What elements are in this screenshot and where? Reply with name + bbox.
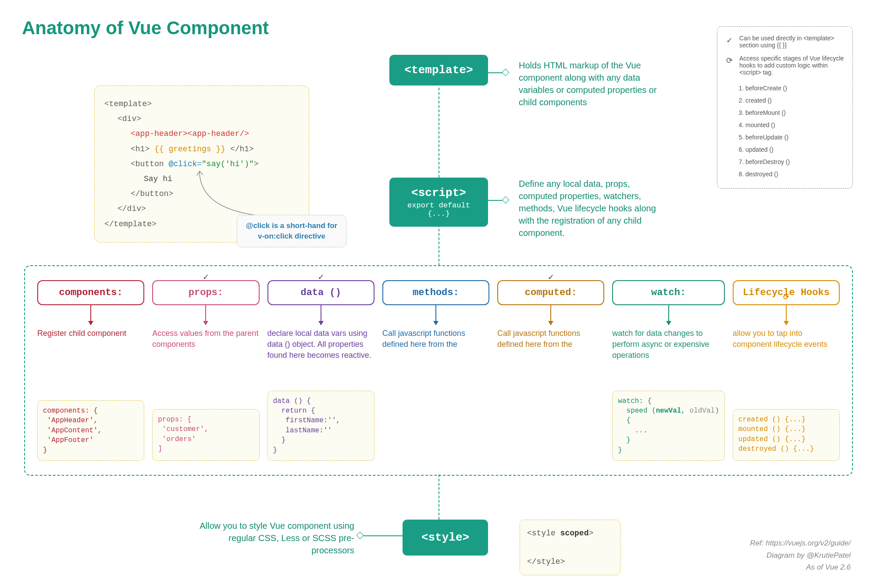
arrow-down-icon [90,305,91,324]
option-column-watch: watch:watch for data changes to perform … [612,280,724,461]
option-box-props: ✓props: [152,280,259,305]
connector-line [488,72,503,73]
arrow-down-icon [550,305,551,324]
style-node: <style> [403,520,488,556]
option-box-watch: watch: [612,280,724,305]
arrow-down-icon [668,305,669,324]
lifecycle-hook-item: beforeMount () [745,107,845,119]
legend-box: ✓ Can be used directly in <template> sec… [717,26,853,189]
lifecycle-hook-item: beforeUpdate () [745,131,845,143]
lifecycle-hook-item: created () [745,94,845,107]
arrow-down-icon [321,305,321,324]
option-box-computed: ✓computed: [497,280,604,305]
check-icon: ✓ [548,271,553,282]
template-desc: Holds HTML markup of the Vue component a… [519,59,663,108]
option-column-components: components:Register child componentcompo… [37,280,144,461]
option-desc: watch for data changes to perform async … [612,328,724,372]
lifecycle-hooks-list: beforeCreate ()created ()beforeMount ()m… [745,82,845,180]
diamond-icon [357,532,364,539]
option-box-methods: methods: [382,280,489,305]
option-desc: allow you to tap into component lifecycl… [733,328,840,372]
lifecycle-hook-item: destroyed () [745,168,845,180]
arrow-down-icon [786,305,787,324]
check-icon: ✓ [203,271,208,282]
option-column-methods: methods:Call javascript functions define… [382,280,489,461]
check-icon: ✓ [318,271,324,282]
style-desc: Allow you to style Vue component using r… [196,520,354,556]
arrow-down-icon [435,305,436,324]
option-desc: Register child component [37,328,144,372]
cycle-icon: ⟳ [783,293,789,302]
option-desc: declare local data vars using data () ob… [267,328,374,372]
option-box-hooks: Lifecycle Hooks⟳ [733,280,840,305]
legend-cycle-text: Access specific stages of Vue lifecycle … [739,55,845,76]
style-code-box: <style scoped> </style> [520,520,620,575]
option-desc: Call javascript functions defined here f… [497,328,604,372]
cycle-icon: ⟳ [724,55,734,76]
template-node: <template> [389,55,488,86]
option-snippet: props: [ 'customer', 'orders' ] [152,409,259,461]
option-column-hooks: Lifecycle Hooks⟳allow you to tap into co… [733,280,840,461]
click-note: @click is a short-hand for v-on:click di… [237,215,346,247]
option-column-computed: ✓computed:Call javascript functions defi… [497,280,604,461]
check-icon: ✓ [724,35,734,49]
legend-check-text: Can be used directly in <template> secti… [739,35,845,49]
script-desc: Define any local data, props, computed p… [519,178,663,239]
option-snippet: data () { return { firstName:'', lastNam… [267,391,374,461]
option-column-data: ✓data ()declare local data vars using da… [267,280,374,461]
credits: Ref: https://vuejs.org/v2/guide/ Diagram… [750,537,851,573]
option-snippet: components: { 'AppHeader', 'AppContent',… [37,400,144,461]
arrow-down-icon [205,305,206,324]
connector-line [363,535,403,536]
option-snippet: created () {...} mounted () {...} update… [733,409,840,461]
option-column-props: ✓props:Access values from the parent com… [152,280,259,461]
option-box-data: ✓data () [267,280,374,305]
lifecycle-hook-item: beforeDestroy () [745,156,845,168]
connector-line [488,200,503,201]
diamond-icon [502,69,510,76]
connector-line [438,88,439,178]
lifecycle-hook-item: mounted () [745,119,845,131]
script-node: <script> export default {...} [389,178,488,227]
connector-line [438,474,439,520]
lifecycle-hook-item: updated () [745,143,845,156]
option-desc: Access values from the parent components [152,328,259,372]
lifecycle-hook-item: beforeCreate () [745,82,845,94]
option-desc: Call javascript functions defined here f… [382,328,489,372]
script-options-container: components:Register child componentcompo… [24,265,853,476]
connector-line [438,220,439,266]
option-snippet: watch: { speed (newVal, oldVal) { ... } … [612,391,724,461]
option-box-components: components: [37,280,144,305]
diamond-icon [502,196,510,204]
